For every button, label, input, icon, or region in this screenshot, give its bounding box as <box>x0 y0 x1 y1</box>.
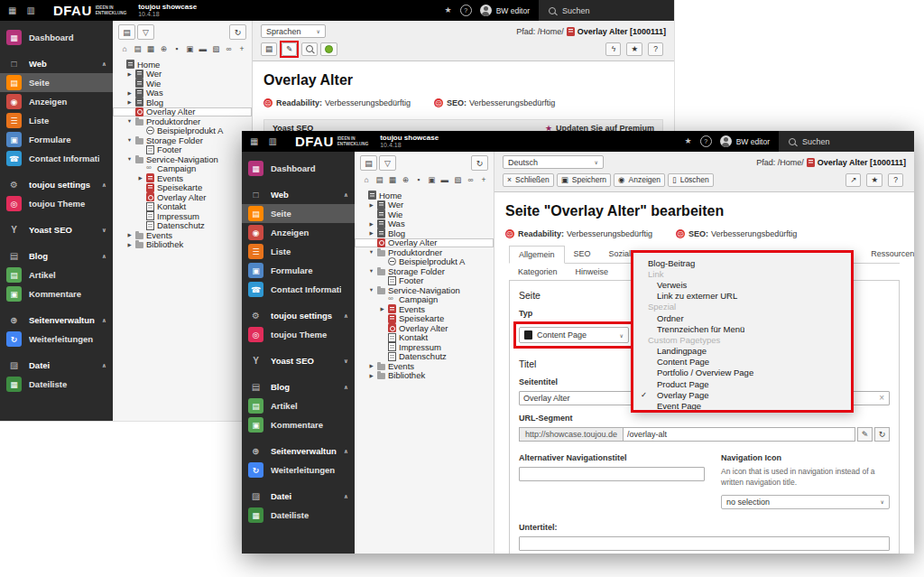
pagetype-icon[interactable]: ▧ <box>453 175 462 184</box>
sidebar-item[interactable]: ↻ Weiterleitungen <box>0 330 113 349</box>
clear-icon[interactable]: × <box>879 393 884 404</box>
modules-grid-icon[interactable]: ▦ <box>250 137 258 146</box>
page-type-option[interactable]: Portfolio / Overview Page <box>633 368 851 378</box>
pagetype-icon[interactable]: ⊕ <box>159 44 168 53</box>
sidebar-item[interactable]: ▤ Blog ∧ <box>242 377 355 396</box>
tab[interactable]: SEO <box>565 246 600 263</box>
pagetree-node[interactable]: ▶ Was <box>355 219 494 229</box>
help-button[interactable]: ? <box>888 173 903 187</box>
pagetree-node[interactable]: Overlay Alter <box>113 107 252 117</box>
expander-icon[interactable]: ▶ <box>126 99 133 105</box>
sidebar-item[interactable]: ▨ Datei ∧ <box>0 356 113 375</box>
yoast-button[interactable] <box>320 42 337 56</box>
delete-button[interactable]: ▯ Löschen <box>668 173 714 187</box>
navigation-icon-select[interactable]: no selection ∨ <box>721 495 890 509</box>
expander-icon[interactable]: ▶ <box>368 221 374 227</box>
expander-icon[interactable]: ▶ <box>368 363 374 368</box>
sidebar-item[interactable]: ▣ Formulare <box>0 130 113 149</box>
pagetype-icon[interactable]: ▬ <box>440 175 449 184</box>
modules-grid-icon[interactable]: ▦ <box>8 6 16 15</box>
bookmark-button[interactable]: ★ <box>866 173 882 187</box>
url-recalculate-button[interactable]: ↻ <box>874 427 890 442</box>
sidebar-item[interactable]: ▦ Dateiliste <box>0 375 113 394</box>
pagetype-icon[interactable]: ∞ <box>225 44 234 53</box>
new-page-button[interactable]: ▤ <box>360 155 377 171</box>
sidebar-item[interactable]: ◎ toujou Theme <box>242 325 355 344</box>
pagetree-node[interactable]: ▶ Events <box>113 230 252 240</box>
sidebar-item[interactable]: ▤ Artikel <box>242 396 355 415</box>
expander-icon[interactable]: ▶ <box>368 202 374 208</box>
sidebar-item[interactable]: ▦ Dashboard <box>0 28 113 47</box>
language-select[interactable]: Deutsch ∨ <box>503 155 604 169</box>
close-button[interactable]: × Schließen <box>503 173 554 187</box>
expander-icon[interactable]: ▶ <box>126 90 133 96</box>
pagetree-node[interactable]: Footer <box>355 276 494 286</box>
pagetree-node[interactable]: Beispielprodukt A <box>113 126 252 136</box>
pagetype-icon[interactable]: ⌂ <box>362 175 371 184</box>
sidebar-item[interactable]: □ Web ∧ <box>242 185 355 204</box>
shortcut-bolt-button[interactable]: ϟ <box>605 42 621 56</box>
sidebar-item[interactable]: ⊕ Seitenverwaltung ∧ <box>242 442 355 461</box>
pagetype-icon[interactable]: ▤ <box>374 175 383 184</box>
pagetree-node[interactable]: ▶ Was <box>113 88 252 98</box>
pagetree-node[interactable]: Speisekarte <box>113 183 252 193</box>
sidebar-item[interactable]: ▤ Artikel <box>0 265 113 284</box>
tab[interactable]: Kategorien <box>509 264 567 280</box>
pagetype-icon[interactable]: ▪ <box>414 175 423 184</box>
page-type-option[interactable]: Link <box>633 268 851 279</box>
expander-icon[interactable]: ▼ <box>126 137 133 143</box>
expander-icon[interactable]: ▼ <box>368 249 374 255</box>
pagetree-node[interactable]: Home <box>355 191 494 200</box>
pagetree-node[interactable]: Kontakt <box>355 333 494 343</box>
pagetree-node[interactable]: ▼ Service-Navigation <box>113 154 252 164</box>
pagetree-node[interactable]: Kontakt <box>113 202 252 212</box>
pagetree-node[interactable]: ▶ Events <box>355 361 494 371</box>
help-icon[interactable]: ? <box>700 135 712 147</box>
user-menu[interactable]: BW editor <box>480 5 530 16</box>
refresh-tree-button[interactable]: ↻ <box>229 24 246 40</box>
pagetree-node[interactable]: ▶ Events <box>355 304 494 314</box>
sidebar-item[interactable]: ▣ Formulare <box>242 261 355 280</box>
page-type-option[interactable]: Spezial <box>633 302 851 312</box>
pagetree-node[interactable]: Wie <box>113 79 252 88</box>
expander-icon[interactable]: ▶ <box>368 373 374 378</box>
sidebar-item[interactable]: ◉ Anzeigen <box>0 92 113 111</box>
pagetree-node[interactable]: Home <box>113 60 252 70</box>
expander-icon[interactable]: ▶ <box>379 306 385 312</box>
expander-icon[interactable]: ▼ <box>368 287 374 293</box>
expander-icon[interactable]: ▼ <box>126 118 133 124</box>
pagetree-node[interactable]: Datenschutz <box>355 352 494 362</box>
pagetree-node[interactable]: ▼ Service-Navigation <box>355 285 494 295</box>
page-type-select[interactable]: Content Page ∨ <box>519 327 629 343</box>
pagetree-node[interactable]: Overlay Alter <box>113 192 252 202</box>
pagetree-node[interactable]: Beispielprodukt A <box>355 257 494 267</box>
pagetree-node[interactable]: Wie <box>355 209 494 219</box>
bookmark-button[interactable]: ★ <box>626 42 642 56</box>
expander-icon[interactable]: ▶ <box>126 71 133 77</box>
pagetree-node[interactable]: ▼ Storage Folder <box>113 135 252 145</box>
topbar-search[interactable]: Suchen <box>539 0 674 21</box>
pagetype-icon[interactable]: ⊕ <box>401 175 410 184</box>
page-type-option[interactable]: Verweis <box>633 279 851 290</box>
page-type-option[interactable]: Trennzeichen für Menü <box>633 323 851 334</box>
expander-icon[interactable]: ▶ <box>137 175 143 181</box>
sidebar-item[interactable]: Y Yoast SEO ∨ <box>0 220 113 239</box>
sidebar-item[interactable]: ▦ Dashboard <box>242 159 355 178</box>
topbar-search[interactable]: Suchen <box>779 131 914 152</box>
sidebar-item[interactable]: □ Web ∧ <box>0 54 113 73</box>
pagetree-node[interactable]: ▶ Blog <box>355 228 494 238</box>
pagetype-icon[interactable]: ▦ <box>146 44 155 53</box>
view-page-button[interactable]: ▤ <box>261 42 277 56</box>
help-icon[interactable]: ? <box>460 5 472 16</box>
pagetree-node[interactable]: ▶ Wer <box>113 70 252 79</box>
bookmark-star-icon[interactable]: ★ <box>685 137 692 145</box>
pagetype-icon[interactable]: + <box>479 175 488 184</box>
pagetype-icon[interactable]: ▣ <box>427 175 436 184</box>
sidebar-item[interactable]: ▤ Seite <box>0 73 113 92</box>
sidebar-item[interactable]: ▣ Kommentare <box>0 284 113 303</box>
sidebar-item[interactable]: ☎ Contact Information <box>242 280 355 299</box>
sidebar-item[interactable]: ☰ Liste <box>242 242 355 261</box>
pagetree-node[interactable]: Campaign <box>355 295 494 305</box>
pagetype-icon[interactable]: ▦ <box>388 175 397 184</box>
sidebar-item[interactable]: ⚙ toujou settings ∧ <box>242 306 355 325</box>
